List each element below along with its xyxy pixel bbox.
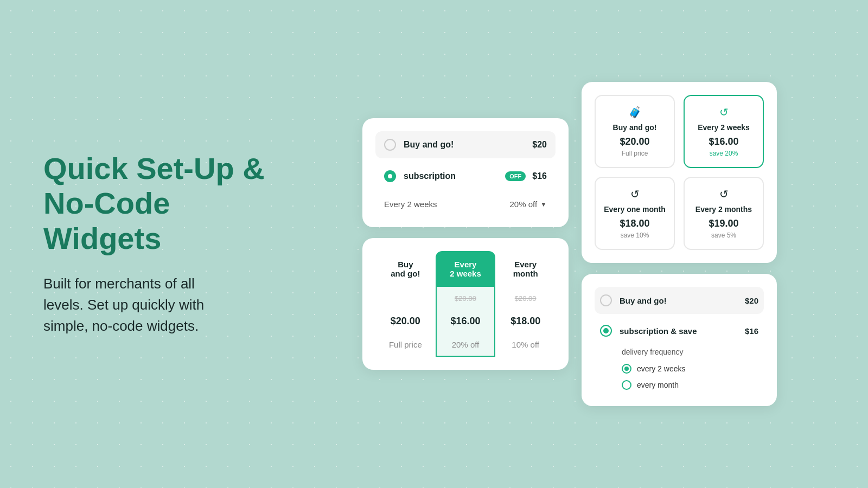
tile-2weeks-price: $16.00 [692, 136, 755, 147]
tile-2months-subtitle: save 5% [692, 232, 755, 239]
sub-buy-circle [600, 294, 612, 306]
table-grid: Buyand go! Every2 weeks Everymonth $20.0… [375, 251, 556, 357]
tile-2months[interactable]: ↺ Every 2 months $19.00 save 5% [684, 177, 764, 250]
bag-icon: 🧳 [603, 106, 666, 119]
tile-1month-subtitle: save 10% [603, 232, 666, 239]
nested-month-label: every month [637, 381, 679, 389]
sub-buy-label: Buy and go! [620, 296, 745, 305]
refresh-icon-2months: ↺ [692, 188, 755, 201]
page-layout: Quick Set-Up & No-Code Widgets Built for… [0, 0, 868, 488]
tile-2weeks-subtitle: save 20% [692, 150, 755, 157]
tile-2weeks-title: Every 2 weeks [692, 123, 755, 132]
frequency-label: Every 2 weeks [384, 200, 437, 209]
month-strike-price: $20.00 [495, 287, 556, 309]
month-main-price: $18.00 [495, 309, 556, 333]
sub-save-row[interactable]: subscription & save $16 [595, 317, 764, 344]
buy-full-price-label: Full price [375, 333, 436, 357]
buy-radio-circle [384, 139, 396, 151]
month-strikethrough: $20.00 [515, 294, 537, 303]
nested-frequency: delivery frequency every 2 weeks every m… [595, 348, 764, 393]
2weeks-strikethrough: $20.00 [455, 294, 476, 303]
2weeks-off-label: 20% off [436, 333, 496, 357]
tile-buy-price: $20.00 [603, 136, 666, 147]
nested-month-option[interactable]: every month [622, 377, 764, 393]
widget-tiles: 🧳 Buy and go! $20.00 Full price ↺ Every … [582, 82, 777, 263]
main-heading: Quick Set-Up & No-Code Widgets [43, 151, 293, 256]
refresh-icon-1month: ↺ [603, 188, 666, 201]
widget-table: Buyand go! Every2 weeks Everymonth $20.0… [362, 238, 569, 370]
2weeks-main-price: $16.00 [436, 309, 496, 333]
sub-save-label: subscription & save [620, 326, 745, 336]
tile-2months-price: $19.00 [692, 218, 755, 229]
tile-buy[interactable]: 🧳 Buy and go! $20.00 Full price [595, 95, 675, 168]
tile-1month[interactable]: ↺ Every one month $18.00 save 10% [595, 177, 675, 250]
month-off-label: 10% off [495, 333, 556, 357]
nested-2weeks-label: every 2 weeks [637, 364, 685, 373]
sub-price: $16 [532, 171, 547, 181]
buy-and-go-row[interactable]: Buy and go! $20 [375, 131, 556, 158]
tiles-grid: 🧳 Buy and go! $20.00 Full price ↺ Every … [595, 95, 764, 250]
buy-main-price: $20.00 [375, 309, 436, 333]
tile-2weeks[interactable]: ↺ Every 2 weeks $16.00 save 20% [684, 95, 764, 168]
buy-price: $20 [532, 140, 547, 150]
sub-save-price: $16 [745, 326, 758, 336]
sub-save-circle [600, 325, 612, 337]
col-buy-header[interactable]: Buyand go! [375, 251, 436, 287]
tile-1month-price: $18.00 [603, 218, 666, 229]
chevron-down-icon: ▼ [540, 201, 547, 208]
sub-buy-row[interactable]: Buy and go! $20 [595, 287, 764, 314]
widget-sub: Buy and go! $20 subscription & save $16 … [582, 274, 777, 406]
2weeks-strike-price: $20.00 [436, 287, 496, 309]
right-widgets-col: 🧳 Buy and go! $20.00 Full price ↺ Every … [582, 82, 777, 406]
tile-1month-title: Every one month [603, 205, 666, 214]
nested-month-radio [622, 380, 631, 390]
widget-radio-list: Buy and go! $20 subscription OFF $16 Eve… [362, 118, 569, 227]
tile-buy-subtitle: Full price [603, 150, 666, 157]
nested-frequency-label: delivery frequency [622, 348, 764, 356]
col-month-header[interactable]: Everymonth [495, 251, 556, 287]
sub-buy-price: $20 [745, 296, 758, 305]
frequency-value: 20% off ▼ [510, 200, 547, 209]
tile-buy-title: Buy and go! [603, 123, 666, 132]
left-widgets-col: Buy and go! $20 subscription OFF $16 Eve… [362, 118, 569, 370]
subscription-row[interactable]: subscription OFF $16 [375, 163, 556, 190]
buy-strike-price [375, 287, 436, 309]
refresh-icon-2weeks: ↺ [692, 106, 755, 119]
nested-2weeks-option[interactable]: every 2 weeks [622, 361, 764, 377]
buy-label: Buy and go! [404, 140, 526, 150]
sub-label: subscription [404, 171, 501, 181]
tile-2months-title: Every 2 months [692, 205, 755, 214]
sub-text: Built for merchants of all levels. Set u… [43, 273, 293, 337]
frequency-row[interactable]: Every 2 weeks 20% off ▼ [375, 194, 556, 214]
right-section: Buy and go! $20 subscription OFF $16 Eve… [315, 82, 825, 406]
col-2weeks-header[interactable]: Every2 weeks [436, 251, 496, 287]
left-section: Quick Set-Up & No-Code Widgets Built for… [43, 151, 315, 337]
nested-2weeks-radio [622, 364, 631, 374]
off-badge: OFF [505, 171, 526, 181]
sub-radio-circle [384, 170, 396, 182]
